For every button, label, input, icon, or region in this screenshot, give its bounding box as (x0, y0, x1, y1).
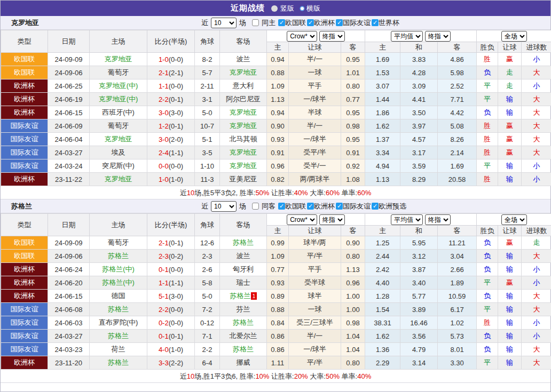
avg-home-odds: 1.54 (365, 303, 400, 316)
handicap-result: 走 (498, 66, 522, 79)
handicap-home-odds: 1.09 (267, 79, 289, 93)
col-header-handicap-result: 让球 (498, 226, 522, 236)
match-score: 2-1(2-1) (147, 66, 195, 79)
halftime-score: (1-1) (169, 149, 183, 157)
league-filter-label: 国际友谊 (343, 202, 371, 211)
win-loss-result: 胜 (477, 173, 498, 186)
halftime-score: (0-1) (169, 95, 183, 103)
handicap-away-odds: 1.04 (341, 343, 365, 356)
layout-vertical-radio[interactable]: 竖版 (271, 4, 294, 13)
goals-result: 大 (522, 356, 551, 370)
recent-count-select[interactable]: 10 (211, 18, 237, 28)
handicap-result: 赢 (498, 276, 522, 290)
away-team-cell: 苏格兰1 (220, 290, 267, 303)
handicap-away-odds: 1.04 (341, 330, 365, 343)
handicap-away-odds: 0.95 (341, 133, 365, 146)
goals-result: 大 (522, 133, 551, 146)
win-loss-result: 胜 (477, 316, 498, 330)
matches-tbody: 欧国联24-09-09克罗地亚1-0(0-0)8-2波兰0.94半/一0.951… (1, 53, 551, 186)
league-filter[interactable]: 欧洲预选 (372, 202, 406, 211)
col-header-goals: 进球数 (522, 226, 551, 236)
home-team-name: 埃及 (112, 148, 125, 156)
corner-kicks: 3-5 (195, 146, 220, 159)
win-loss-result: 平 (477, 159, 498, 173)
league-type-badge: 欧洲杯 (1, 173, 48, 186)
average-odds-header: 平均值 终指 (365, 214, 477, 226)
match-date: 24-06-08 (48, 303, 90, 316)
same-venue-checkbox[interactable] (252, 19, 259, 26)
halftime-score: (0-0) (169, 55, 183, 63)
league-filter-label: 欧国联 (285, 202, 306, 211)
final-odds-select-2[interactable]: 终指 (425, 31, 451, 42)
league-filter[interactable]: 欧洲杯 (307, 18, 335, 28)
recent-count-select[interactable]: 10 (211, 201, 237, 212)
handicap-result: 输 (498, 290, 522, 303)
corner-kicks: 2-2 (195, 343, 220, 356)
average-odds-select[interactable]: 平均值 (391, 31, 423, 42)
goals-result: 大 (522, 119, 551, 133)
avg-draw-odds: 3.12 (400, 250, 438, 263)
full-match-select[interactable]: 全场 (501, 214, 527, 225)
home-team-cell: 苏格兰 (90, 303, 147, 316)
handicap-result: 赢 (498, 53, 522, 66)
fulltime-score: 3-0 (159, 135, 169, 143)
summary-segment: 近 (180, 372, 187, 380)
layout-horizontal-radio[interactable]: 横版 (301, 4, 320, 13)
avg-home-odds: 1.69 (365, 53, 400, 66)
avg-away-odds: 7.71 (438, 93, 477, 106)
away-team-name: 波兰 (237, 55, 250, 63)
team-name: 克罗地亚 (11, 18, 39, 28)
checkbox-checked-icon (278, 19, 285, 26)
avg-home-odds: 1.25 (365, 236, 400, 250)
away-team-name: 克罗地亚 (230, 108, 257, 116)
win-loss-result: 负 (477, 66, 498, 79)
handicap-result: 赢 (498, 119, 522, 133)
home-team-cell: 德国 (90, 290, 147, 303)
col-header-goals: 进球数 (522, 42, 551, 53)
goals-result: 小 (522, 263, 551, 276)
home-team-cell: 克罗地亚(中) (90, 93, 147, 106)
final-odds-select[interactable]: 终指 (319, 214, 345, 225)
league-type-badge: 欧洲杯 (1, 93, 48, 106)
away-team-name: 阿尔巴尼亚 (226, 95, 261, 103)
home-team-name: 克罗地亚(中) (99, 82, 138, 90)
avg-away-odds: 11.21 (438, 236, 477, 250)
same-venue-label: 同主 (262, 18, 276, 28)
win-loss-result: 胜 (477, 119, 498, 133)
league-filter[interactable]: 欧国联 (278, 18, 306, 28)
col-header-handicap-line: 让球 (289, 226, 341, 236)
full-match-select[interactable]: 全场 (501, 31, 527, 42)
away-team-name: 波兰 (237, 252, 250, 260)
league-filter[interactable]: 国际友谊 (336, 18, 371, 28)
goals-result: 大 (522, 93, 551, 106)
league-filter[interactable]: 欧国联 (278, 202, 306, 211)
final-odds-select[interactable]: 终指 (319, 31, 345, 42)
match-date: 24-06-24 (48, 263, 90, 276)
handicap-away-odds: 0.80 (341, 79, 365, 93)
matches-table: 类型 日期 主场 比分(半场) 角球 客场 Crow* 终指 平均值 终指 (1, 30, 551, 186)
odds-provider-select[interactable]: Crow* (287, 31, 317, 42)
match-date: 24-06-25 (48, 79, 90, 93)
handicap-home-odds: 0.93 (267, 133, 289, 146)
handicap-result: 走 (498, 79, 522, 93)
win-loss-result: 平 (477, 93, 498, 106)
avg-home-odds: 3.07 (365, 79, 400, 93)
same-venue-checkbox[interactable] (252, 203, 259, 210)
handicap-home-odds: 1.13 (267, 93, 289, 106)
match-row: 国际友谊24-03-27埃及2-4(1-1)3-5克罗地亚0.91受平/半0.9… (1, 146, 551, 159)
league-filter[interactable]: 欧洲杯 (307, 202, 335, 211)
average-odds-select[interactable]: 平均值 (391, 214, 423, 225)
win-loss-result: 负 (477, 290, 498, 303)
league-filter[interactable]: 世界杯 (372, 18, 399, 28)
odds-provider-select[interactable]: Crow* (287, 214, 317, 225)
home-team-name: 克罗地亚 (105, 135, 132, 143)
col-header-result: 胜负 (477, 42, 498, 53)
league-filter[interactable]: 国际友谊 (336, 202, 371, 211)
corner-kicks: 10-7 (195, 119, 220, 133)
fulltime-score: 0-0 (159, 162, 169, 170)
handicap-away-odds: 0.91 (341, 146, 365, 159)
away-team-name: 苏格兰 (230, 292, 250, 300)
match-score: 5-1(3-0) (147, 290, 195, 303)
corner-kicks: 7-2 (195, 303, 220, 316)
final-odds-select-2[interactable]: 终指 (425, 214, 451, 225)
